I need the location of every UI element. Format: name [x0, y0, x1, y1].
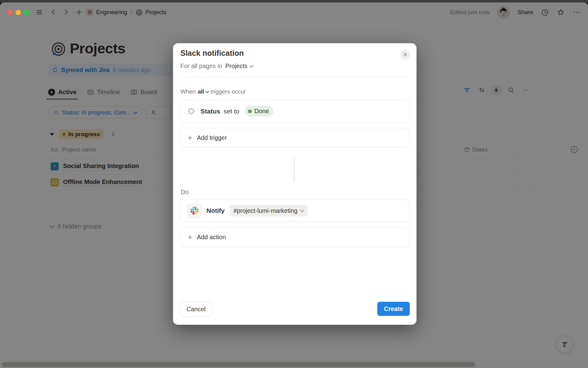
done-status-pill[interactable]: Done — [245, 106, 274, 117]
trigger-property: Status — [201, 108, 220, 115]
flow-connector-line — [294, 158, 295, 182]
zoom-window-button[interactable] — [24, 10, 29, 15]
add-action-label: Add action — [197, 234, 226, 241]
modal-divider — [180, 77, 409, 77]
close-icon[interactable] — [400, 49, 410, 59]
when-selector-value: all — [198, 88, 204, 95]
when-prefix: When — [180, 88, 196, 95]
done-status-dot — [248, 109, 252, 113]
action-verb: Notify — [206, 207, 225, 214]
add-action-button[interactable]: Add action — [180, 227, 410, 247]
channel-selector[interactable]: #project-lumi-marketing — [230, 205, 308, 217]
plus-icon — [187, 234, 193, 240]
minimize-window-button[interactable] — [16, 10, 21, 15]
do-label: Do — [181, 189, 189, 196]
action-card[interactable]: Notify #project-lumi-marketing — [180, 200, 410, 222]
scope-selector[interactable]: Projects — [225, 63, 253, 70]
cancel-button[interactable]: Cancel — [180, 302, 212, 316]
scope-value: Projects — [225, 63, 247, 70]
close-window-button[interactable] — [7, 10, 13, 15]
when-row: When all triggers occur — [180, 88, 246, 95]
when-selector[interactable]: all — [198, 88, 209, 95]
channel-name: #project-lumi-marketing — [234, 207, 298, 214]
modal-footer: Cancel Create — [180, 302, 410, 316]
modal-title: Slack notification — [180, 49, 244, 58]
window-controls — [7, 10, 29, 15]
trigger-card[interactable]: Status set to Done — [180, 100, 410, 123]
chevron-down-icon — [300, 208, 304, 212]
plus-icon — [187, 135, 193, 141]
done-status-label: Done — [254, 108, 269, 115]
slack-notification-modal: Slack notification For all pages in Proj… — [173, 43, 417, 325]
modal-scope: For all pages in Projects — [180, 63, 253, 70]
status-spinner-icon — [187, 107, 195, 115]
when-suffix: triggers occur — [211, 88, 246, 95]
create-button[interactable]: Create — [377, 302, 410, 316]
slack-icon — [187, 204, 202, 218]
chevron-down-icon — [205, 89, 209, 93]
scope-prefix: For all pages in — [180, 63, 222, 70]
chevron-down-icon — [249, 63, 254, 67]
trigger-verb: set to — [224, 108, 239, 115]
add-trigger-button[interactable]: Add trigger — [180, 128, 410, 148]
add-trigger-label: Add trigger — [197, 134, 227, 141]
